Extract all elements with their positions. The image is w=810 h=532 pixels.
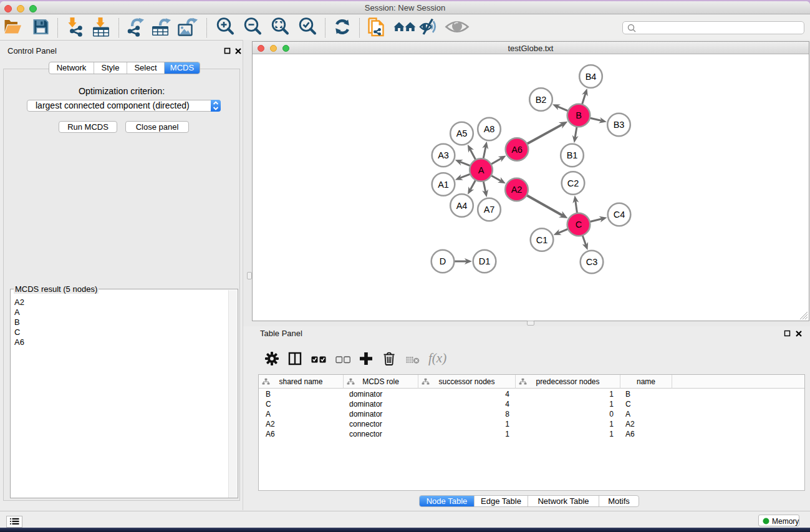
- svg-text:A3: A3: [438, 150, 449, 160]
- svg-text:B2: B2: [536, 95, 547, 105]
- svg-text:B3: B3: [614, 120, 625, 130]
- svg-text:B1: B1: [567, 150, 578, 160]
- svg-text:B: B: [576, 110, 582, 120]
- svg-text:C4: C4: [614, 210, 625, 220]
- svg-text:A6: A6: [511, 145, 523, 155]
- svg-text:B4: B4: [586, 72, 597, 82]
- svg-text:A4: A4: [456, 201, 468, 211]
- svg-text:A8: A8: [484, 124, 495, 134]
- svg-text:C1: C1: [536, 235, 548, 245]
- svg-text:A1: A1: [438, 180, 449, 190]
- svg-text:A: A: [478, 165, 485, 175]
- svg-text:C3: C3: [586, 257, 598, 267]
- svg-text:A5: A5: [456, 128, 468, 138]
- svg-text:A7: A7: [484, 205, 495, 215]
- svg-text:D: D: [440, 256, 446, 266]
- svg-text:D1: D1: [479, 256, 491, 266]
- svg-text:C2: C2: [567, 178, 579, 188]
- svg-text:C: C: [576, 220, 582, 230]
- svg-text:A2: A2: [511, 185, 523, 195]
